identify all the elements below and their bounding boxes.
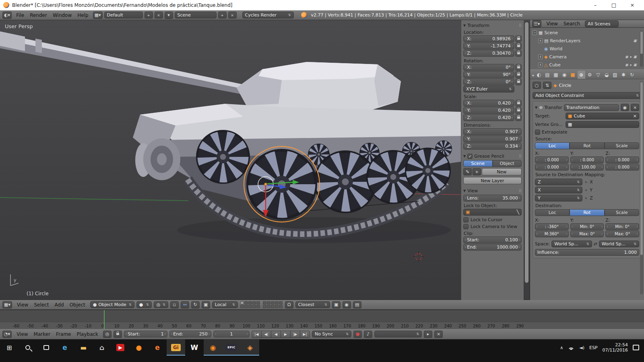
scene-browse-icon[interactable]: ▾ [165, 12, 173, 19]
number-field[interactable]: ‹Y:0.420› [463, 107, 514, 114]
layer-cell[interactable] [240, 301, 244, 304]
vertex-group-field[interactable]: ▦ [566, 121, 639, 128]
layer-cell[interactable] [271, 305, 275, 308]
render-engine-dropdown[interactable]: Cycles Render⇅ [242, 12, 294, 19]
close-button[interactable]: × [624, 1, 641, 10]
space-from-dropdown[interactable]: World Sp...⇅ [551, 241, 592, 247]
layer-cell[interactable] [244, 305, 248, 308]
playback-button-5[interactable]: ▶| [300, 331, 310, 338]
menu-object[interactable]: Object [67, 302, 88, 308]
editor-type-button[interactable]: ◐▾ [2, 12, 12, 19]
record-button[interactable]: ● [353, 331, 362, 338]
minimize-button[interactable]: – [587, 1, 604, 10]
layer-cell[interactable] [279, 301, 283, 304]
lock-toggle[interactable] [515, 100, 522, 107]
taskbar-epic-games[interactable]: EPIC [222, 339, 241, 356]
restrict-icon[interactable]: ◉ [625, 55, 628, 59]
lock-toggle[interactable] [515, 107, 522, 114]
outliner-display-dropdown[interactable]: All Scenes [585, 21, 619, 27]
selected-wheel-circle[interactable] [244, 146, 320, 222]
number-field[interactable]: ‹X:0.907› [463, 128, 522, 135]
number-field[interactable]: ‹X:0°› [463, 64, 514, 71]
menu-select[interactable]: Select [31, 302, 52, 308]
constraint-visibility-icon[interactable]: ◉ [621, 104, 629, 111]
frame-end-field[interactable]: ‹End:250› [169, 331, 211, 337]
grease-pencil-panel-header[interactable]: ▼ ✓ Grease Pencil ⠿ [463, 154, 522, 159]
toggle-rot[interactable]: Rot [570, 142, 604, 149]
lock-toggle[interactable] [515, 78, 522, 85]
lock-to-cursor-checkbox[interactable] [463, 217, 469, 222]
pencil-draw-button[interactable]: ✎ [463, 168, 472, 175]
add-object-constraint-dropdown[interactable]: Add Object Constraint⇅ [533, 92, 642, 99]
keying-set-dropdown[interactable]: ⇅ [374, 331, 422, 337]
toggle-loc[interactable]: Loc [535, 209, 570, 216]
menu-frame[interactable]: Frame [53, 331, 74, 337]
menu-help[interactable]: Help [74, 12, 91, 18]
screen-layout-icon[interactable]: ▦▾ [93, 12, 103, 19]
number-field[interactable]: ‹: 0.000› [605, 164, 639, 171]
layer-cell[interactable] [271, 301, 275, 304]
number-field[interactable]: ‹Max: 0°› [570, 230, 604, 237]
volume-icon[interactable]: ◄) [579, 345, 584, 350]
scene-dropdown[interactable]: Scene [175, 12, 217, 19]
panel-grip-icon[interactable]: ⠿ [519, 154, 522, 158]
manipulator-rotate-toggle[interactable]: ↻ [191, 301, 200, 309]
tab-object[interactable]: ■ [569, 71, 577, 79]
layer-cell[interactable] [267, 301, 270, 304]
layer-cell[interactable] [267, 305, 270, 308]
layout-add-button[interactable]: + [144, 12, 153, 19]
lock-toggle[interactable] [515, 43, 522, 49]
menu-window[interactable]: Window [50, 12, 74, 18]
lens-field[interactable]: ‹Lens:35.000› [463, 195, 522, 202]
viewport-3d[interactable]: y User Persp (1) Circle ▼ Transform ⠿ Lo… [0, 20, 530, 300]
snap-target-button[interactable]: ▣ [332, 301, 341, 309]
taskbar-store[interactable]: ⌂ [93, 339, 111, 356]
lock-toggle[interactable] [515, 114, 522, 121]
toggle-loc[interactable]: Loc [535, 142, 570, 149]
outliner-scrollbar[interactable] [640, 31, 643, 67]
layer-cell[interactable] [275, 305, 279, 308]
axis-dropdown[interactable]: Y⇅ [535, 195, 582, 202]
number-field[interactable]: ‹X:0.420› [463, 100, 514, 107]
layer-cell[interactable] [244, 301, 248, 304]
number-field[interactable]: ‹Max: 0°› [605, 230, 639, 237]
toggle-scale[interactable]: Scale [605, 142, 639, 149]
menu-view[interactable]: View [14, 331, 31, 337]
taskbar-w-app[interactable]: W [185, 339, 204, 356]
tray-expand-icon[interactable]: ∧ [560, 345, 563, 350]
layer-cell[interactable] [279, 305, 283, 308]
menu-file[interactable]: File [13, 12, 27, 18]
tab-render[interactable]: ◐ [535, 71, 543, 79]
language-indicator[interactable]: ESP [589, 345, 598, 350]
number-field[interactable]: ‹Start:0.100› [463, 237, 522, 243]
transform-orientation-dropdown[interactable]: Local⇅ [212, 301, 238, 308]
tab-world[interactable]: ◉ [561, 71, 568, 79]
layer-cell[interactable] [256, 301, 260, 304]
number-field[interactable]: ‹Y:-1.74774› [463, 43, 514, 49]
editor-type-button[interactable]: ▦▾ [2, 301, 12, 309]
manipulator-scale-toggle[interactable]: ▣ [202, 301, 210, 309]
rotation-mode-dropdown[interactable]: XYZ Euler⇅ [463, 86, 514, 93]
outliner-item-scene[interactable]: −▦Scene [532, 29, 642, 37]
number-field[interactable]: ‹Z:0°› [463, 78, 514, 85]
restrict-icon[interactable]: ▸ [630, 63, 632, 67]
collapse-icon[interactable]: ▼ [535, 106, 537, 109]
timeline-ruler[interactable]: -60-50-40-30-20-100102030405060708090100… [0, 322, 644, 329]
space-to-dropdown[interactable]: World Sp...⇅ [599, 241, 639, 247]
tab-material[interactable]: ◒ [603, 71, 611, 79]
influence-slider[interactable]: Influence: 1.000 [535, 249, 639, 256]
editor-type-button[interactable]: ☰▾ [532, 20, 541, 27]
taskbar-gi-app[interactable]: Gi [167, 339, 185, 356]
pivot-align-toggle[interactable]: ▫ [170, 301, 179, 309]
insert-keyframe-button[interactable]: ▸ [424, 331, 432, 338]
taskbar-firefox[interactable]: ● [130, 339, 148, 356]
layer-cell[interactable] [252, 305, 256, 308]
tab-constraints[interactable]: ⊕ [578, 71, 585, 79]
maximize-button[interactable]: □ [605, 1, 622, 10]
axis-dropdown[interactable]: Z⇅ [535, 179, 582, 185]
transform-panel-header[interactable]: ▼ Transform ⠿ [463, 23, 522, 28]
audio-sync-icon[interactable]: ♪ [364, 331, 372, 338]
lock-toggle[interactable] [515, 35, 522, 42]
action-center-icon[interactable] [633, 345, 639, 350]
screen-layout-dropdown[interactable]: Default [104, 12, 143, 19]
